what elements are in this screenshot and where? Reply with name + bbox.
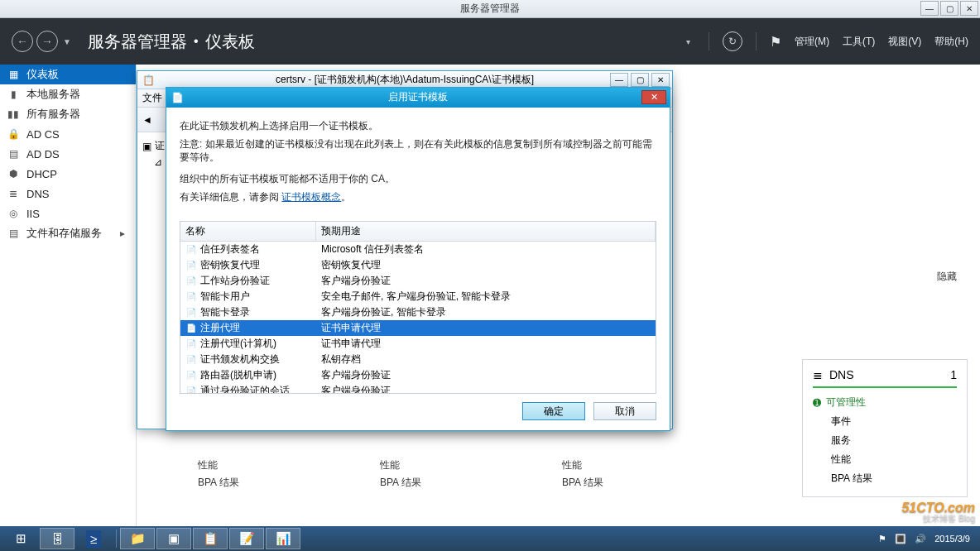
maximize-button[interactable]: ▢ [631,73,649,87]
sidebar-item-label: 文件和存储服务 [26,226,102,241]
tray-date[interactable]: 2015/3/9 [934,534,970,544]
sidebar-item-adds[interactable]: ▤AD DS [0,144,136,164]
col-use[interactable]: 预期用途 [316,222,656,241]
list-item[interactable]: 📄智能卡用户安全电子邮件, 客户端身份验证, 智能卡登录 [180,289,656,304]
app-icon: 📊 [276,531,291,546]
task-app[interactable]: 📊 [266,528,300,549]
task-notepad[interactable]: 📝 [229,528,264,549]
divider [709,32,709,50]
close-button[interactable]: ✕ [651,73,670,87]
dns-bpa[interactable]: BPA 结果 [813,469,957,488]
iis-icon: ◎ [7,207,20,220]
dialog-close-button[interactable]: ✕ [641,90,666,104]
sidebar-item-dashboard[interactable]: ▦仪表板 [0,65,136,84]
divider [116,529,117,548]
menu-manage[interactable]: 管理(M) [795,35,829,49]
sidebar-item-dns[interactable]: ≣DNS [0,184,136,204]
forward-button[interactable]: → [36,31,58,52]
list-item[interactable]: 📄注册代理(计算机)证书申请代理 [180,336,656,352]
tile-bpa[interactable]: BPA 结果 [198,476,342,490]
task-explorer[interactable]: 📁 [120,528,155,549]
concept-link[interactable]: 证书模板概念 [281,191,341,203]
template-name: 证书颁发机构交换 [200,352,280,367]
dns-perf[interactable]: 性能 [813,450,957,469]
dns-events[interactable]: 事件 [813,412,957,431]
tree-toggle-icon[interactable]: ▣ [142,141,151,152]
task-certsrv[interactable]: 📋 [193,528,228,549]
list-item[interactable]: 📄密钥恢复代理密钥恢复代理 [180,257,656,273]
maximize-button[interactable]: ▢ [940,1,958,16]
list-item[interactable]: 📄通过身份验证的会话客户端身份验证 [180,383,656,394]
task-server-manager[interactable]: 🗄 [40,528,74,549]
server-icon: ▮ [7,88,20,101]
breadcrumb-dropdown-icon[interactable]: ▾ [686,37,690,46]
powershell-icon: ≥ [86,530,101,548]
menu-help[interactable]: 帮助(H) [934,35,968,49]
tray-flag-icon[interactable]: ⚑ [878,534,886,544]
tile-bpa[interactable]: BPA 结果 [562,476,706,490]
sidebar-item-label: DNS [26,188,49,200]
dns-tile[interactable]: ≣DNS1 ➊可管理性 事件 服务 性能 BPA 结果 [802,359,968,497]
close-button[interactable]: ✕ [960,1,978,16]
sidebar-item-dhcp[interactable]: ⬢DHCP [0,164,136,184]
list-item[interactable]: 📄工作站身份验证客户端身份验证 [180,273,656,289]
dns-manage[interactable]: 可管理性 [826,395,866,410]
minimize-button[interactable]: — [610,73,628,87]
directory-icon: ▤ [7,147,20,161]
sidebar-item-file-storage[interactable]: ▤文件和存储服务▸ [0,223,136,243]
list-rows[interactable]: 📄信任列表签名Microsoft 信任列表签名📄密钥恢复代理密钥恢复代理📄工作站… [180,242,656,394]
list-item[interactable]: 📄智能卡登录客户端身份验证, 智能卡登录 [180,304,656,320]
dialog-icon: 📄 [171,92,184,103]
template-icon: 📄 [185,306,197,318]
sidebar-item-iis[interactable]: ◎IIS [0,204,136,223]
col-name[interactable]: 名称 [180,222,316,241]
template-icon: 📄 [185,275,197,286]
template-use: 证书申请代理 [316,336,656,352]
refresh-icon[interactable]: ↻ [723,31,742,51]
tile-perf[interactable]: 性能 [380,458,524,472]
task-powershell[interactable]: ≥ [76,528,111,549]
hide-link[interactable]: 隐藏 [937,270,957,284]
task-cmd[interactable]: ▣ [156,528,191,549]
template-icon: 📄 [185,290,197,302]
template-name: 信任列表签名 [200,242,260,256]
menu-view[interactable]: 视图(V) [888,35,921,49]
sidebar-item-all-servers[interactable]: ▮▮所有服务器 [0,104,136,124]
tile-perf[interactable]: 性能 [198,458,342,472]
minimize-button[interactable]: — [920,1,939,16]
sidebar-item-local-server[interactable]: ▮本地服务器 [0,84,136,104]
tray-volume-icon[interactable]: 🔊 [915,534,926,544]
tray-network-icon[interactable]: 🔳 [895,534,906,544]
history-dropdown-icon[interactable]: ▼ [63,37,71,46]
dns-services[interactable]: 服务 [813,431,957,450]
flag-icon[interactable]: ⚑ [770,34,781,50]
template-name: 智能卡登录 [200,305,250,319]
template-use: 证书申请代理 [316,320,656,336]
template-use: 客户端身份验证 [316,273,656,289]
os-title: 服务器管理器 [460,2,520,16]
list-item[interactable]: 📄证书颁发机构交换私钥存档 [180,352,656,367]
sidebar-item-label: AD DS [26,148,60,161]
back-icon[interactable]: ◄ [142,114,152,126]
list-item[interactable]: 📄路由器(脱机申请)客户端身份验证 [180,367,656,383]
dns-count: 1 [950,368,957,381]
back-button[interactable]: ← [12,31,33,52]
list-item[interactable]: 📄注册代理证书申请代理 [180,320,656,336]
console-icon: ▣ [168,531,180,546]
dialog-titlebar[interactable]: 📄 启用证书模板 ✕ [166,88,670,108]
tile-perf[interactable]: 性能 [562,458,706,472]
list-item[interactable]: 📄信任列表签名Microsoft 信任列表签名 [180,242,656,257]
template-list: 名称 预期用途 📄信任列表签名Microsoft 信任列表签名📄密钥恢复代理密钥… [180,221,656,394]
template-icon: 📄 [185,369,197,381]
template-icon: 📄 [185,353,197,365]
ok-button[interactable]: 确定 [522,402,585,420]
template-icon: 📄 [185,322,197,333]
expand-icon[interactable]: ⊿ [154,156,162,168]
cancel-button[interactable]: 取消 [593,402,656,420]
menu-tools[interactable]: 工具(T) [843,35,875,49]
menu-file[interactable]: 文件 [142,91,162,105]
sidebar-item-adcs[interactable]: 🔒AD CS [0,124,136,144]
breadcrumb-root[interactable]: 服务器管理器 [88,31,187,53]
start-button[interactable]: ⊞ [3,528,38,549]
tile-bpa[interactable]: BPA 结果 [380,476,524,490]
